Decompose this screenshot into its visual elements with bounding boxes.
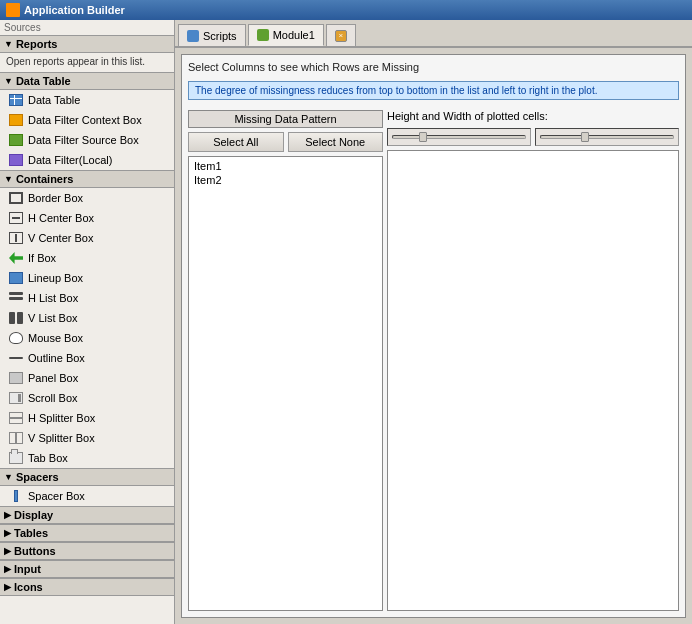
tab-module1[interactable]: Module1 — [248, 24, 324, 46]
buttons-label: Buttons — [14, 545, 56, 557]
sidebar-item-border-box[interactable]: Border Box — [0, 188, 174, 208]
section-header-spacers[interactable]: ▼ Spacers — [0, 468, 174, 486]
height-width-label: Height and Width of plotted cells: — [387, 110, 679, 122]
tab-icon — [8, 450, 24, 466]
tab-extra[interactable]: × — [326, 24, 356, 46]
sidebar-item-vcenter[interactable]: V Center Box — [0, 228, 174, 248]
section-header-input[interactable]: ▶ Input — [0, 560, 174, 578]
items-list[interactable]: Item1 Item2 — [188, 156, 383, 611]
data-table-arrow: ▼ — [4, 76, 13, 86]
section-header-reports[interactable]: ▼ Reports — [0, 35, 174, 53]
window-title: Application Builder — [24, 4, 125, 16]
sidebar-item-label: If Box — [28, 252, 56, 264]
width-slider-thumb[interactable] — [581, 132, 589, 142]
if-icon — [8, 250, 24, 266]
width-slider-container[interactable] — [535, 128, 679, 146]
table-icon — [8, 92, 24, 108]
tab-bar: Scripts Module1 × — [175, 20, 692, 48]
sidebar-item-label: H Splitter Box — [28, 412, 95, 424]
tables-label: Tables — [14, 527, 48, 539]
sidebar-item-mouse-box[interactable]: Mouse Box — [0, 328, 174, 348]
hcenter-icon — [8, 210, 24, 226]
sidebar-item-data-table[interactable]: Data Table — [0, 90, 174, 110]
panel-title: Select Columns to see which Rows are Mis… — [188, 61, 679, 73]
close-icon[interactable]: × — [335, 30, 347, 42]
sidebar-item-label: Data Filter Source Box — [28, 134, 139, 146]
sidebar-item-vsplitter-box[interactable]: V Splitter Box — [0, 428, 174, 448]
height-slider-thumb[interactable] — [419, 132, 427, 142]
section-header-display[interactable]: ▶ Display — [0, 506, 174, 524]
border-box-icon — [8, 190, 24, 206]
vcenter-icon — [8, 230, 24, 246]
panel-icon — [8, 370, 24, 386]
tab-scripts[interactable]: Scripts — [178, 24, 246, 46]
reports-arrow: ▼ — [4, 39, 13, 49]
vlist-icon — [8, 310, 24, 326]
buttons-arrow: ▶ — [4, 546, 11, 556]
sidebar-item-label: H Center Box — [28, 212, 94, 224]
sidebar-item-filter-local[interactable]: Data Filter(Local) — [0, 150, 174, 170]
sidebar-item-vlist-box[interactable]: V List Box — [0, 308, 174, 328]
sidebar-item-if-box[interactable]: If Box — [0, 248, 174, 268]
containers-items: Border Box H Center Box V Center Box If … — [0, 188, 174, 468]
sidebar-item-label: V List Box — [28, 312, 78, 324]
sidebar-item-label: Tab Box — [28, 452, 68, 464]
right-panel: Height and Width of plotted cells: — [387, 110, 679, 611]
outline-icon — [8, 350, 24, 366]
select-all-button[interactable]: Select All — [188, 132, 284, 152]
sidebar-item-label: Scroll Box — [28, 392, 78, 404]
display-label: Display — [14, 509, 53, 521]
pattern-label: Missing Data Pattern — [188, 110, 383, 128]
section-header-icons[interactable]: ▶ Icons — [0, 578, 174, 596]
two-column-layout: Missing Data Pattern Select All Select N… — [188, 110, 679, 611]
sidebar-item-lineup-box[interactable]: Lineup Box — [0, 268, 174, 288]
section-header-buttons[interactable]: ▶ Buttons — [0, 542, 174, 560]
section-header-data-table[interactable]: ▼ Data Table — [0, 72, 174, 90]
list-item[interactable]: Item1 — [191, 159, 380, 173]
reports-description: Open reports appear in this list. — [0, 53, 174, 72]
filter-context-icon — [8, 112, 24, 128]
sidebar-item-label: Data Filter(Local) — [28, 154, 112, 166]
data-table-items: Data Table Data Filter Context Box Data … — [0, 90, 174, 170]
input-label: Input — [14, 563, 41, 575]
sidebar-item-scroll-box[interactable]: Scroll Box — [0, 388, 174, 408]
hsplitter-icon — [8, 410, 24, 426]
sidebar-item-tab-box[interactable]: Tab Box — [0, 448, 174, 468]
sidebar-item-filter-context[interactable]: Data Filter Context Box — [0, 110, 174, 130]
select-none-button[interactable]: Select None — [288, 132, 384, 152]
sidebar-item-label: V Center Box — [28, 232, 93, 244]
left-panel: Missing Data Pattern Select All Select N… — [188, 110, 383, 611]
sidebar-item-label: Data Filter Context Box — [28, 114, 142, 126]
sidebar-item-label: V Splitter Box — [28, 432, 95, 444]
scroll-icon — [8, 390, 24, 406]
module-icon — [257, 29, 269, 41]
sidebar-item-outline-box[interactable]: Outline Box — [0, 348, 174, 368]
width-slider-track — [540, 135, 674, 139]
tab-module1-label: Module1 — [273, 29, 315, 41]
sidebar-item-label: Mouse Box — [28, 332, 83, 344]
sidebar-item-filter-source[interactable]: Data Filter Source Box — [0, 130, 174, 150]
containers-arrow: ▼ — [4, 174, 13, 184]
panel-content: Select Columns to see which Rows are Mis… — [175, 48, 692, 624]
sidebar-item-spacer-box[interactable]: Spacer Box — [0, 486, 174, 506]
sources-label: Sources — [0, 20, 174, 35]
icons-label: Icons — [14, 581, 43, 593]
icons-arrow: ▶ — [4, 582, 11, 592]
sidebar-item-hlist-box[interactable]: H List Box — [0, 288, 174, 308]
content-area: Scripts Module1 × Select Columns to see … — [175, 20, 692, 624]
sidebar-item-hsplitter-box[interactable]: H Splitter Box — [0, 408, 174, 428]
vsplitter-icon — [8, 430, 24, 446]
sidebar-item-hcenter[interactable]: H Center Box — [0, 208, 174, 228]
containers-label: Containers — [16, 173, 73, 185]
filter-local-icon — [8, 152, 24, 168]
section-header-tables[interactable]: ▶ Tables — [0, 524, 174, 542]
tables-arrow: ▶ — [4, 528, 11, 538]
height-slider-container[interactable] — [387, 128, 531, 146]
section-header-containers[interactable]: ▼ Containers — [0, 170, 174, 188]
sidebar-item-label: Spacer Box — [28, 490, 85, 502]
list-item[interactable]: Item2 — [191, 173, 380, 187]
display-arrow: ▶ — [4, 510, 11, 520]
height-slider-track — [392, 135, 526, 139]
sidebar-item-panel-box[interactable]: Panel Box — [0, 368, 174, 388]
reports-label: Reports — [16, 38, 58, 50]
